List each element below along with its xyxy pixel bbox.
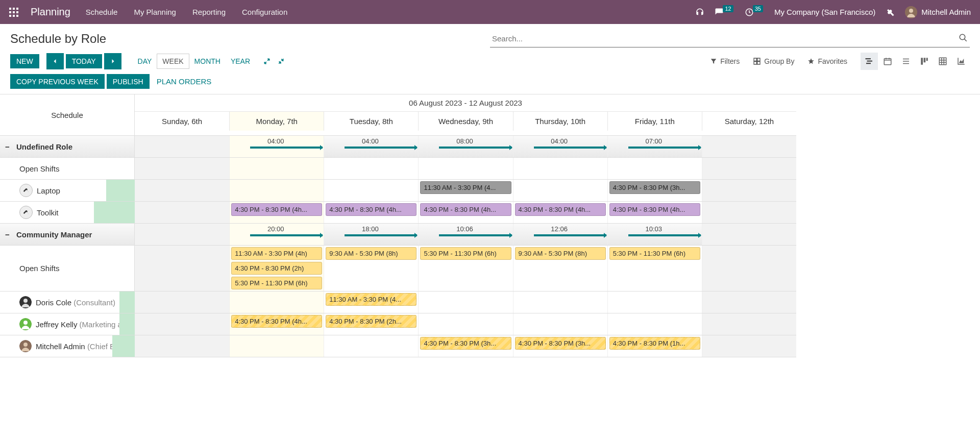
view-pivot-icon[interactable] bbox=[934, 53, 951, 70]
gantt-cell[interactable] bbox=[702, 335, 796, 357]
day-header[interactable]: Friday, 11th bbox=[607, 112, 702, 131]
day-header[interactable]: Saturday, 12th bbox=[702, 112, 796, 131]
gantt-cell[interactable] bbox=[135, 246, 229, 291]
collapse-toggle-icon[interactable]: − bbox=[5, 142, 12, 151]
shift-pill[interactable]: 4:30 PM - 8:30 PM (4h... bbox=[515, 203, 606, 216]
gantt-cell[interactable]: 5:30 PM - 11:30 PM (6h) bbox=[607, 246, 702, 291]
gantt-cell[interactable] bbox=[229, 335, 324, 357]
gantt-cell[interactable] bbox=[135, 180, 229, 201]
copy-previous-week-button[interactable]: COPY PREVIOUS WEEK bbox=[10, 74, 105, 89]
gantt-cell[interactable] bbox=[418, 291, 512, 313]
shift-pill[interactable]: 11:30 AM - 3:30 PM (4... bbox=[326, 293, 416, 306]
shift-pill[interactable]: 4:30 PM - 8:30 PM (4h... bbox=[231, 203, 322, 216]
range-week[interactable]: WEEK bbox=[157, 54, 189, 69]
shift-pill[interactable]: 5:30 PM - 11:30 PM (6h) bbox=[420, 247, 511, 260]
gantt-cell[interactable]: 9:30 AM - 5:30 PM (8h) bbox=[324, 246, 418, 291]
shift-pill[interactable]: 4:30 PM - 8:30 PM (4h... bbox=[609, 203, 700, 216]
gantt-cell[interactable]: 4:30 PM - 8:30 PM (4h... bbox=[418, 202, 512, 223]
gantt-cell[interactable]: 5:30 PM - 11:30 PM (6h) bbox=[418, 246, 512, 291]
expand-icon[interactable] bbox=[263, 58, 271, 65]
gantt-cell[interactable]: 4:30 PM - 8:30 PM (4h... bbox=[229, 313, 324, 335]
headset-icon[interactable] bbox=[695, 8, 704, 17]
gantt-cell[interactable]: 4:30 PM - 8:30 PM (3h... bbox=[418, 335, 512, 357]
gantt-cell[interactable] bbox=[513, 291, 607, 313]
view-kanban-icon[interactable] bbox=[916, 53, 933, 70]
gantt-cell[interactable] bbox=[702, 291, 796, 313]
menu-reporting[interactable]: Reporting bbox=[192, 8, 226, 16]
gantt-cell[interactable] bbox=[229, 291, 324, 313]
gantt-cell[interactable]: 9:30 AM - 5:30 PM (8h) bbox=[513, 246, 607, 291]
shift-pill[interactable]: 4:30 PM - 8:30 PM (3h... bbox=[609, 181, 700, 194]
shift-pill[interactable]: 4:30 PM - 8:30 PM (3h... bbox=[515, 337, 606, 350]
gantt-cell[interactable]: 4:30 PM - 8:30 PM (3h... bbox=[513, 335, 607, 357]
gantt-cell[interactable] bbox=[607, 158, 702, 179]
gantt-cell[interactable] bbox=[702, 158, 796, 179]
filters-toggle[interactable]: Filters bbox=[710, 57, 740, 65]
messages-icon[interactable]: 12 bbox=[715, 8, 734, 17]
gantt-cell[interactable] bbox=[229, 158, 324, 179]
gantt-cell[interactable] bbox=[702, 180, 796, 201]
gantt-cell[interactable]: 4:30 PM - 8:30 PM (4h... bbox=[229, 202, 324, 223]
gantt-cell[interactable]: 11:30 AM - 3:30 PM (4... bbox=[324, 291, 418, 313]
view-gantt-icon[interactable] bbox=[861, 53, 878, 70]
menu-my-planning[interactable]: My Planning bbox=[134, 8, 176, 16]
shift-pill[interactable]: 4:30 PM - 8:30 PM (2h) bbox=[231, 262, 322, 275]
gantt-cell[interactable] bbox=[324, 180, 418, 201]
prev-button[interactable] bbox=[46, 53, 64, 69]
gantt-cell[interactable]: 4:30 PM - 8:30 PM (3h... bbox=[607, 180, 702, 201]
day-header[interactable]: Tuesday, 8th bbox=[324, 112, 418, 131]
search-input[interactable] bbox=[490, 30, 970, 47]
gantt-cell[interactable] bbox=[135, 158, 229, 179]
shift-pill[interactable]: 9:30 AM - 5:30 PM (8h) bbox=[515, 247, 606, 260]
gantt-cell[interactable] bbox=[513, 180, 607, 201]
groupby-toggle[interactable]: Group By bbox=[753, 57, 794, 65]
new-button[interactable]: NEW bbox=[10, 54, 39, 68]
gantt-cell[interactable]: 4:30 PM - 8:30 PM (1h... bbox=[607, 335, 702, 357]
shift-pill[interactable]: 4:30 PM - 8:30 PM (1h... bbox=[609, 337, 700, 350]
gantt-cell[interactable]: 11:30 AM - 3:30 PM (4h) 4:30 PM - 8:30 P… bbox=[229, 246, 324, 291]
gantt-cell[interactable] bbox=[324, 158, 418, 179]
gantt-cell[interactable] bbox=[607, 291, 702, 313]
day-header[interactable]: Monday, 7th bbox=[229, 112, 324, 131]
shift-pill[interactable]: 9:30 AM - 5:30 PM (8h) bbox=[326, 247, 416, 260]
gantt-cell[interactable] bbox=[418, 313, 512, 335]
user-menu[interactable]: Mitchell Admin bbox=[905, 6, 971, 18]
shift-pill[interactable]: 4:30 PM - 8:30 PM (3h... bbox=[420, 337, 511, 350]
shift-pill[interactable]: 11:30 AM - 3:30 PM (4... bbox=[420, 181, 511, 194]
tools-icon[interactable] bbox=[886, 8, 895, 17]
view-graph-icon[interactable] bbox=[952, 53, 970, 70]
menu-schedule[interactable]: Schedule bbox=[86, 8, 118, 16]
gantt-cell[interactable]: 4:30 PM - 8:30 PM (2h... bbox=[324, 313, 418, 335]
company-switcher[interactable]: My Company (San Francisco) bbox=[774, 8, 875, 16]
activities-icon[interactable]: 35 bbox=[745, 8, 764, 17]
day-header[interactable]: Thursday, 10th bbox=[513, 112, 607, 131]
gantt-cell[interactable] bbox=[702, 313, 796, 335]
publish-button[interactable]: PUBLISH bbox=[107, 74, 150, 89]
day-header[interactable]: Sunday, 6th bbox=[135, 112, 229, 131]
gantt-cell[interactable]: 4:30 PM - 8:30 PM (4h... bbox=[324, 202, 418, 223]
shift-pill[interactable]: 4:30 PM - 8:30 PM (2h... bbox=[326, 315, 416, 328]
collapse-toggle-icon[interactable]: − bbox=[5, 230, 12, 239]
plan-orders-button[interactable]: PLAN ORDERS bbox=[152, 74, 217, 89]
gantt-cell[interactable]: 4:30 PM - 8:30 PM (4h... bbox=[513, 202, 607, 223]
collapse-icon[interactable] bbox=[278, 58, 285, 65]
gantt-cell[interactable] bbox=[324, 335, 418, 357]
gantt-cell[interactable] bbox=[135, 291, 229, 313]
next-button[interactable] bbox=[104, 53, 121, 69]
day-header[interactable]: Wednesday, 9th bbox=[418, 112, 512, 131]
shift-pill[interactable]: 4:30 PM - 8:30 PM (4h... bbox=[326, 203, 416, 216]
gantt-cell[interactable] bbox=[702, 246, 796, 291]
gantt-cell[interactable] bbox=[418, 158, 512, 179]
shift-pill[interactable]: 4:30 PM - 8:30 PM (4h... bbox=[420, 203, 511, 216]
gantt-cell[interactable] bbox=[702, 202, 796, 223]
menu-configuration[interactable]: Configuration bbox=[242, 8, 287, 16]
shift-pill[interactable]: 5:30 PM - 11:30 PM (6h) bbox=[231, 277, 322, 289]
gantt-cell[interactable] bbox=[513, 313, 607, 335]
gantt-cell[interactable] bbox=[229, 180, 324, 201]
range-month[interactable]: MONTH bbox=[189, 54, 226, 69]
gantt-cell[interactable]: 11:30 AM - 3:30 PM (4... bbox=[418, 180, 512, 201]
favorites-toggle[interactable]: Favorites bbox=[807, 57, 847, 65]
gantt-cell[interactable] bbox=[135, 313, 229, 335]
apps-icon[interactable] bbox=[9, 8, 18, 17]
shift-pill[interactable]: 5:30 PM - 11:30 PM (6h) bbox=[609, 247, 700, 260]
